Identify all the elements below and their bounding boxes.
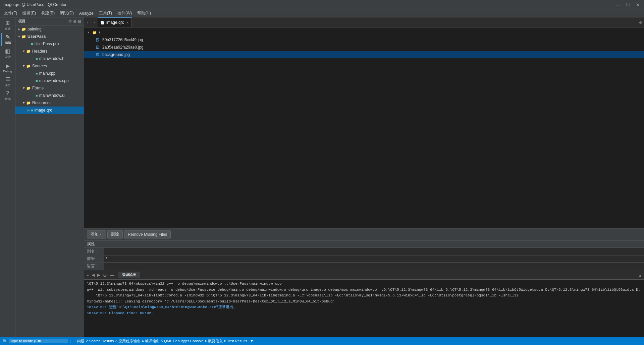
folder-headers-icon: 📁 xyxy=(26,49,31,54)
sidebar-title: 项目 xyxy=(18,19,25,24)
prop-input-alias[interactable] xyxy=(104,248,644,255)
help-icon: ? xyxy=(6,90,9,96)
qrc-file-icon: ■ xyxy=(31,108,33,112)
activity-edit[interactable]: ✎ 编辑 xyxy=(1,33,14,46)
tree-item-main-cpp[interactable]: ■ main.cpp xyxy=(15,70,84,77)
prop-label-prefix: 前缀： xyxy=(84,256,104,262)
arrow-sources: ▼ xyxy=(21,64,26,68)
bottom-next-btn[interactable]: ▶ xyxy=(97,273,100,277)
prop-label-alias: 别名： xyxy=(84,249,104,254)
bottom-tab-compile-label: 编译输出 xyxy=(122,273,137,277)
bottom-add-btn[interactable]: ⊕ xyxy=(103,272,107,278)
folder-resources-icon: 📁 xyxy=(26,101,31,105)
tree-item-image-qrc[interactable]: ▶ ■ image.qrc xyxy=(15,107,84,114)
status-test-results[interactable]: 8 Test Results xyxy=(224,339,247,343)
tree-item-mainwindow-ui[interactable]: ■ mainwindow.ui xyxy=(15,92,84,99)
status-qml-debugger[interactable]: 5 QML Debugger Console xyxy=(161,339,204,343)
menu-tools[interactable]: 工具(T) xyxy=(96,10,115,17)
prop-input-prefix[interactable] xyxy=(104,256,644,262)
menu-debug[interactable]: 调试(D) xyxy=(57,10,76,17)
status-overview[interactable]: 6 概要信息 xyxy=(205,339,223,344)
status-compile-output[interactable]: 4 编译输出 xyxy=(142,339,160,344)
tree-item-userpass[interactable]: ▼ 📁 UserPass xyxy=(15,33,84,40)
bottom-close-btn[interactable]: — xyxy=(110,272,114,278)
tab-close-image-qrc[interactable]: ✕ xyxy=(126,21,129,24)
editor-bottom-container: ‹ › 📄 image.qrc ✕ ⊕ ▼ 📁 xyxy=(84,17,644,337)
qrc-file-2[interactable]: 🖼 2a35eaa92fa29ae0.jpg xyxy=(84,44,644,51)
status-app-output[interactable]: 3 应用程序输出 xyxy=(115,339,140,344)
output-line-3: mingw32-make[1]: Leaving directory 'C:/U… xyxy=(87,299,641,305)
tab-label-image-qrc: image.qrc xyxy=(106,20,124,25)
qrc-file1-icon: 🖼 xyxy=(95,38,101,42)
output-line-5: 16:42:59: Elapsed time: 00:02. xyxy=(87,310,641,317)
bottom-tab-compile[interactable]: 编译输出 xyxy=(118,272,140,278)
status-search-results[interactable]: 2 Search Results xyxy=(86,339,114,343)
activity-welcome-label: 欢迎 xyxy=(5,27,11,31)
activity-help[interactable]: ? 帮助 xyxy=(1,89,14,102)
sidebar-controls: ⟳ ⊕ ⊟ xyxy=(68,19,81,24)
minimize-btn[interactable]: — xyxy=(615,2,622,7)
activity-welcome[interactable]: ⊞ 欢迎 xyxy=(1,19,14,32)
tree-item-headers[interactable]: ▼ 📁 Headers xyxy=(15,48,84,55)
tree-item-mainwindow-h[interactable]: ■ mainwindow.h xyxy=(15,55,84,62)
title-text: image.qrc @ UserPass - Qt Creator xyxy=(3,2,66,7)
activity-debug[interactable]: ▶ Debug xyxy=(1,61,14,74)
maximize-btn[interactable]: ❐ xyxy=(625,2,632,7)
status-search-input[interactable]: Type to locate (Ctrl+...) xyxy=(9,339,68,343)
title-bar: image.qrc @ UserPass - Qt Creator — ❐ ✕ xyxy=(0,0,644,9)
activity-project[interactable]: ☰ 项目 xyxy=(1,75,14,88)
status-search-icon[interactable]: 🔍 Type to locate (Ctrl+...) xyxy=(3,339,68,343)
tree-item-resources[interactable]: ▼ 📁 Resources xyxy=(15,99,84,107)
status-compile-label: 4 编译输出 xyxy=(142,339,160,344)
bottom-prev-btn[interactable]: ◀ xyxy=(92,273,95,277)
remove-missing-button[interactable]: Remove Missing Files xyxy=(124,230,171,238)
menu-file[interactable]: 文件(F) xyxy=(1,10,20,17)
output-line-2: g++ -Wl,-subsystem,windows -mthreads -o … xyxy=(87,287,641,299)
cpp-main-icon: ■ xyxy=(36,71,38,75)
sidebar: 项目 ⟳ ⊕ ⊟ ▶ 📁 painting ▼ xyxy=(15,17,84,337)
tab-icon-image-qrc: 📄 xyxy=(100,21,104,24)
activity-debug-label: Debug xyxy=(3,70,12,73)
menu-build[interactable]: 构建(B) xyxy=(39,10,57,17)
add-button[interactable]: 添加 ▼ xyxy=(87,230,106,238)
tree-item-sources[interactable]: ▼ 📁 Sources xyxy=(15,62,84,70)
qrc-file3-label: background.jpg xyxy=(102,52,130,57)
qrc-toolbar: 添加 ▼ 删除 Remove Missing Files xyxy=(84,228,644,240)
output-line-1: \QT\5.12.3\mingw73_64\mkspecs\win32-g++ … xyxy=(87,281,641,287)
status-problems[interactable]: 1 问题 xyxy=(74,339,84,344)
folder-painting-icon: 📁 xyxy=(21,27,26,31)
status-arrow-down[interactable]: ▼ xyxy=(250,339,254,343)
debug-icon: ▶ xyxy=(6,63,10,69)
bottom-collapse-btn[interactable]: ▴ xyxy=(639,272,641,278)
sidebar-collapse-btn[interactable]: ⊟ xyxy=(78,19,81,24)
menu-analyze[interactable]: Analyze xyxy=(76,10,96,16)
tree-item-mainwindow-cpp[interactable]: ■ mainwindow.cpp xyxy=(15,77,84,84)
bottom-panel-icon[interactable]: ▴ xyxy=(87,273,89,277)
sidebar-sync-btn[interactable]: ⟳ xyxy=(68,19,72,24)
delete-button[interactable]: 删除 xyxy=(107,230,123,238)
menu-edit[interactable]: 编辑(E) xyxy=(20,10,39,17)
cpp-mainwindow-icon: ■ xyxy=(36,79,38,83)
status-problems-label: 1 问题 xyxy=(74,339,84,344)
tab-nav-forward[interactable]: › xyxy=(91,17,98,27)
qrc-file-3[interactable]: 🖼 background.jpg xyxy=(84,51,644,58)
menu-help[interactable]: 帮助(H) xyxy=(135,10,154,17)
arrow-forms: ▼ xyxy=(21,86,26,90)
tree-item-painting[interactable]: ▶ 📁 painting xyxy=(15,25,84,33)
tab-nav-extra[interactable]: ⊕ xyxy=(637,17,644,27)
folder-sources-icon: 📁 xyxy=(26,64,31,68)
prop-input-lang[interactable] xyxy=(104,263,644,270)
qrc-root-prefix[interactable]: ▼ 📁 / xyxy=(84,29,644,36)
tree-item-forms[interactable]: ▼ 📁 Forms xyxy=(15,84,84,92)
welcome-icon: ⊞ xyxy=(5,20,10,26)
qrc-file2-label: 2a35eaa92fa29ae0.jpg xyxy=(102,45,144,50)
tab-image-qrc[interactable]: 📄 image.qrc ✕ xyxy=(98,17,132,27)
tree-item-userpass-pro[interactable]: ■ UserPass.pro xyxy=(15,40,84,48)
activity-design[interactable]: ◧ 设计 xyxy=(1,47,14,60)
activity-help-label: 帮助 xyxy=(5,97,11,101)
menu-controls[interactable]: 控件(W) xyxy=(115,10,135,17)
sidebar-filter-btn[interactable]: ⊕ xyxy=(73,19,76,24)
qrc-file-1[interactable]: 🖼 50b317726d5ccf49.jpg xyxy=(84,36,644,44)
close-btn[interactable]: ✕ xyxy=(635,2,641,7)
tab-nav-back[interactable]: ‹ xyxy=(84,17,91,27)
